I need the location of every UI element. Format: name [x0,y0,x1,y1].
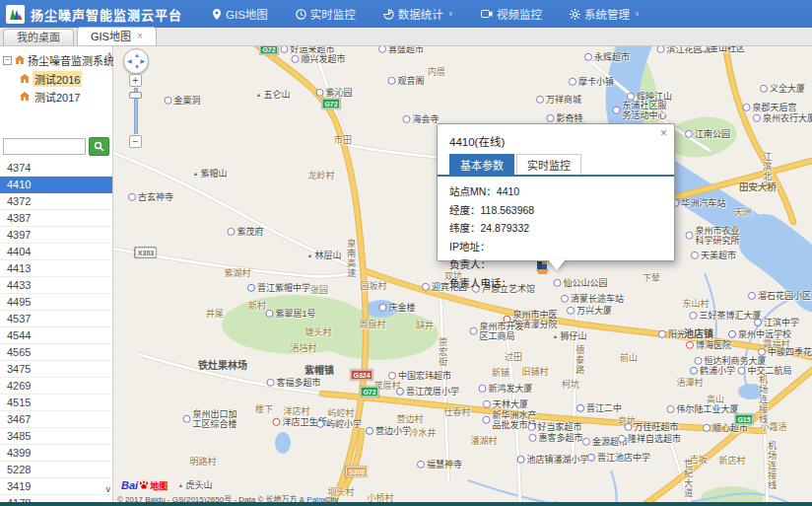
map-label: 晋江茂厝小学 [396,387,459,397]
pan-right-icon[interactable]: ▶ [140,58,145,64]
popup-title: 4410(在线) [438,124,674,154]
map-label: 天林大厦 [483,399,528,409]
tab-my-desktop[interactable]: 我的桌面 [3,29,74,45]
poi-icon [291,55,299,63]
map-label: 屿崆村 [327,408,354,418]
poi-icon [694,357,702,365]
poi-icon [737,367,745,375]
close-icon[interactable]: × [660,127,667,139]
popup-field: 站点MN：4410 [449,183,662,198]
station-list-item[interactable]: 4397 [0,227,112,244]
map-label: 世纪大道 [683,459,693,498]
station-list-item[interactable]: 4399 [0,445,112,462]
poi-icon [478,385,486,393]
map-label: 周盘村 [359,320,385,329]
map-label: 摩卡小镇 [569,77,614,87]
map-label: 恒达利商务大厦 [694,356,766,366]
map-pan-control[interactable]: ▲ ▼ ◀ ▶ [123,48,149,74]
tab-label: 我的桌面 [17,30,60,45]
nav-item-label: 实时监控 [310,6,356,22]
map-label: ▲紫帽山 [193,169,228,179]
station-list-item[interactable]: 3419 [0,478,112,495]
clock-icon [296,9,306,20]
popup-tab[interactable]: 实时监控 [516,154,581,175]
zoom-out-button[interactable]: − [129,135,142,148]
map-label: 浯潭村 [676,378,703,388]
map-label: 顺兴发超市 [291,54,345,64]
map-label: 新店村 [718,456,745,466]
school-icon [690,367,698,375]
scroll-down-icon[interactable]: ∨ [104,484,111,494]
station-list-item[interactable]: 4269 [0,378,112,395]
chevron-down-icon: ∨ [635,10,640,18]
tab-label: GIS地图 [91,29,131,44]
map-label: 机场连接线 [758,375,768,424]
station-list-item[interactable]: 4537 [0,311,112,327]
tree-node[interactable]: 测试2016 [20,70,110,88]
popup-field: IP地址： [449,239,662,253]
map-label: ▲林层山 [307,251,342,260]
station-list-item[interactable]: 4433 [0,277,112,294]
zoom-in-button[interactable]: + [129,74,142,87]
station-list-item[interactable]: 4374 [0,160,112,177]
tab-gis-map[interactable]: GIS地图× [77,27,157,45]
nav-item-realtime-monitor[interactable]: 实时监控 [282,0,370,28]
popup-tab[interactable]: 基本参数 [449,154,514,175]
poi-icon [753,114,761,122]
pan-left-icon[interactable]: ◀ [127,58,132,64]
gis-map-canvas[interactable]: 好运来超市顺兴发超市喜盛超市内厝观音阁金粟洞▲五仑山紫沁园市田海会寺▲紫帽山古玄… [113,46,812,506]
poi-icon [612,107,620,114]
tree-root-node[interactable]: − 扬尘噪音监测系统 [3,52,110,68]
nav-item-gis-map[interactable]: GIS地图 [198,0,282,28]
station-list-item[interactable]: 3467 [0,411,112,428]
pan-down-icon[interactable]: ▼ [134,64,140,70]
nav-item-data-stats[interactable]: 数据统计∨ [370,0,467,28]
map-label: 义全大厦 [760,84,805,94]
map-label: ▲五仑山 [256,90,291,100]
road-badge: X303 [135,248,157,258]
station-list-item[interactable]: 4515 [0,395,112,411]
search-input[interactable] [3,138,86,155]
station-list-item[interactable]: 4387 [0,210,112,227]
map-label: 紫帽镇 [304,365,334,377]
station-info-popup: × 4410(在线) 基本参数实时监控 站点MN：4410经度：118.5639… [437,123,675,261]
map-label: 旧铺村 [521,367,548,377]
station-list-item[interactable]: 4413 [0,260,112,277]
scroll-up-icon[interactable]: ∧ [106,50,112,59]
tree-node[interactable]: 测试2017 [20,88,110,106]
map-label: 柯坑 [562,380,579,390]
station-list-item[interactable]: 4495 [0,294,112,311]
search-button[interactable] [89,137,109,156]
tab-bar: 我的桌面GIS地图× [0,28,812,46]
map-label: 清蒙长途车站 [561,294,624,304]
tab-close-icon[interactable]: × [137,32,143,41]
nav-item-system-manage[interactable]: 系统管理∨ [556,0,653,28]
poi-icon [691,252,699,259]
map-label: 泉州中远学校 [728,329,791,339]
station-list-item[interactable]: 4372 [0,193,112,210]
poi-icon [387,77,395,85]
search-icon [94,138,104,156]
pan-up-icon[interactable]: ▲ [134,52,140,58]
map-label: 浯垱村 [290,343,316,353]
tree-collapse-icon[interactable]: − [3,56,12,65]
station-list-item[interactable]: 3485 [0,428,112,445]
popup-field: 纬度：24.879332 [449,220,662,235]
mountain-icon: ▲ [256,92,262,99]
station-list-item[interactable]: 3475 [0,361,112,378]
popup-field-label: 负责人： [449,258,491,270]
map-label: 园坂村 [360,281,386,291]
map-label: 三好茶博汇大厦 [689,311,761,321]
map-label: 鹤浦小学 [690,366,735,376]
nav-item-video-monitor[interactable]: 视频监控 [467,0,556,28]
school-icon [247,284,255,292]
zoom-slider-handle[interactable] [129,92,142,99]
station-list-item[interactable]: 4565 [0,344,112,361]
poi-icon [280,46,288,53]
station-list-item[interactable]: 5228 [0,462,112,478]
station-list-item[interactable]: 4410 [0,177,112,193]
poi-icon [378,304,386,312]
station-list-item[interactable]: 4544 [0,327,112,344]
poi-icon [528,434,536,442]
station-list-item[interactable]: 4404 [0,244,112,260]
